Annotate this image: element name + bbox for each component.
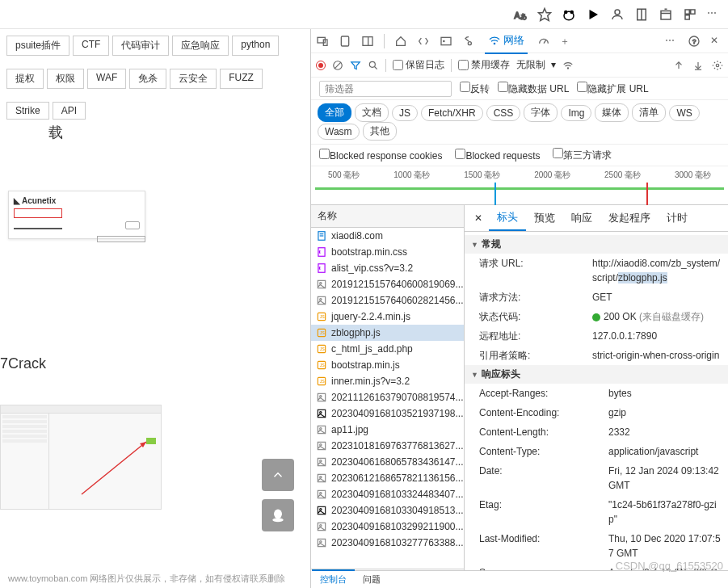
sources-icon[interactable] bbox=[440, 35, 452, 48]
elements-icon[interactable] bbox=[417, 35, 430, 48]
qq-chat-button[interactable] bbox=[262, 499, 294, 531]
tablet-icon[interactable] bbox=[339, 35, 351, 48]
tag[interactable]: 免杀 bbox=[129, 69, 166, 89]
request-row[interactable]: bootstrap.min.css bbox=[311, 244, 464, 260]
more-tools-icon[interactable]: ⋯ bbox=[665, 35, 678, 48]
settings-gear-icon[interactable] bbox=[712, 60, 723, 71]
tag[interactable]: API bbox=[53, 102, 86, 120]
type-chip[interactable]: 全部 bbox=[318, 103, 351, 122]
request-row[interactable]: 20230409168103304918513... bbox=[311, 502, 464, 519]
collections-icon[interactable] bbox=[659, 7, 673, 22]
close-detail-icon[interactable]: ✕ bbox=[468, 208, 489, 229]
drawer-tab-issues[interactable]: 问题 bbox=[355, 571, 389, 588]
tab-preview[interactable]: 预览 bbox=[526, 206, 563, 230]
more-icon[interactable]: ⋯ bbox=[707, 7, 722, 22]
response-headers-section[interactable]: 响应标头 bbox=[465, 365, 728, 384]
type-chip[interactable]: Fetch/XHR bbox=[421, 105, 483, 121]
type-chip[interactable]: 字体 bbox=[524, 103, 558, 122]
welcome-icon[interactable] bbox=[394, 35, 407, 48]
request-row[interactable]: JSinner.min.js?v=3.2 bbox=[311, 373, 464, 389]
text-size-icon[interactable]: Aあ bbox=[513, 7, 528, 22]
tag[interactable]: CTF bbox=[73, 36, 109, 56]
request-name: 20191215157640600819069... bbox=[331, 279, 464, 290]
filter-input[interactable] bbox=[319, 81, 452, 97]
type-chip[interactable]: JS bbox=[392, 105, 418, 121]
request-row[interactable]: JSbootstrap.min.js bbox=[311, 357, 464, 373]
add-tab-icon[interactable]: ＋ bbox=[560, 35, 573, 48]
type-chip[interactable]: 清单 bbox=[632, 103, 666, 122]
request-row[interactable]: JSc_html_js_add.php bbox=[311, 341, 464, 357]
tab-timing[interactable]: 计时 bbox=[659, 206, 696, 230]
hide-ext-url-checkbox[interactable]: 隐藏扩展 URL bbox=[577, 82, 648, 96]
request-row[interactable]: 20230409168103277763388... bbox=[311, 535, 464, 551]
invert-checkbox[interactable]: 反转 bbox=[460, 82, 490, 96]
request-row[interactable]: alist_vip.css?v=3.2 bbox=[311, 260, 464, 276]
tab-response[interactable]: 响应 bbox=[563, 206, 600, 230]
record-icon[interactable] bbox=[316, 61, 326, 70]
request-row[interactable]: 20230409168103324483407... bbox=[311, 486, 464, 502]
request-row[interactable]: 20191215157640600819069... bbox=[311, 276, 464, 292]
preserve-log-checkbox[interactable]: 保留日志 bbox=[393, 58, 444, 72]
column-header-name[interactable]: 名称 bbox=[311, 205, 464, 228]
network-conditions-wifi-icon[interactable] bbox=[562, 60, 574, 71]
tag[interactable]: psuite插件 bbox=[6, 36, 69, 56]
request-row[interactable]: 20230612168657821136156... bbox=[311, 470, 464, 486]
general-section-header[interactable]: 常规 bbox=[465, 235, 728, 254]
request-row[interactable]: 20211126163790708819574... bbox=[311, 389, 464, 405]
tab-headers[interactable]: 标头 bbox=[489, 205, 526, 231]
dock-icon[interactable] bbox=[361, 35, 374, 48]
type-chip[interactable]: WS bbox=[669, 105, 699, 121]
tag[interactable]: 应急响应 bbox=[172, 36, 229, 56]
request-row[interactable]: JSzblogphp.js bbox=[311, 325, 464, 341]
request-row[interactable]: 20191215157640602821456... bbox=[311, 292, 464, 309]
request-row[interactable]: 20231018169763776813627... bbox=[311, 438, 464, 454]
search-icon[interactable] bbox=[368, 60, 379, 71]
type-chip[interactable]: Img bbox=[561, 105, 591, 121]
blocked-requests-checkbox[interactable]: Blocked requests bbox=[455, 149, 540, 162]
hide-data-url-checkbox[interactable]: 隐藏数据 URL bbox=[498, 82, 569, 96]
help-icon[interactable]: ? bbox=[688, 35, 701, 48]
tag[interactable]: 权限 bbox=[47, 69, 84, 89]
performance-icon[interactable] bbox=[537, 35, 550, 48]
request-row[interactable]: ap11.jpg bbox=[311, 422, 464, 438]
request-row[interactable]: xiaodi8.com bbox=[311, 228, 464, 244]
network-tab[interactable]: 网络 bbox=[485, 28, 528, 54]
app-icon[interactable] bbox=[683, 7, 697, 22]
request-row[interactable]: 20230409168103521937198... bbox=[311, 405, 464, 422]
third-party-checkbox[interactable]: 第三方请求 bbox=[553, 148, 612, 162]
download-har-icon[interactable] bbox=[692, 60, 704, 71]
request-row[interactable]: 20230406168065783436147... bbox=[311, 454, 464, 470]
play-icon[interactable] bbox=[586, 7, 600, 22]
tag[interactable]: Strike bbox=[6, 102, 49, 120]
request-row[interactable]: 20230409168103299211900... bbox=[311, 519, 464, 535]
clear-icon[interactable] bbox=[332, 60, 343, 71]
star-icon[interactable] bbox=[537, 7, 552, 22]
tag[interactable]: python bbox=[232, 36, 279, 56]
reading-list-icon[interactable] bbox=[634, 7, 649, 22]
disable-cache-checkbox[interactable]: 禁用缓存 bbox=[458, 58, 510, 72]
blocked-response-checkbox[interactable]: Blocked response cookies bbox=[319, 149, 442, 162]
throttle-select[interactable]: 无限制 ▾ bbox=[516, 58, 556, 72]
type-chip[interactable]: 其他 bbox=[363, 122, 397, 141]
extension-panda-icon[interactable] bbox=[562, 7, 576, 22]
tag[interactable]: FUZZ bbox=[220, 69, 263, 89]
tab-initiator[interactable]: 发起程序 bbox=[600, 206, 659, 230]
request-row[interactable]: JSjquery-2.2.4.min.js bbox=[311, 309, 464, 325]
waterfall-overview[interactable]: 500 毫秒1000 毫秒1500 毫秒2000 毫秒2500 毫秒3000 毫… bbox=[311, 166, 728, 205]
type-chip[interactable]: Wasm bbox=[318, 124, 360, 140]
tag[interactable]: 云安全 bbox=[170, 69, 217, 89]
upload-har-icon[interactable] bbox=[673, 60, 684, 71]
drawer-tab-console[interactable]: 控制台 bbox=[312, 569, 355, 588]
tag[interactable]: 代码审计 bbox=[112, 36, 169, 56]
close-devtools-icon[interactable]: ✕ bbox=[710, 35, 723, 48]
console-icon[interactable] bbox=[462, 35, 475, 48]
tag[interactable]: WAF bbox=[87, 69, 126, 89]
scroll-top-button[interactable] bbox=[262, 459, 294, 491]
type-chip[interactable]: CSS bbox=[486, 105, 521, 121]
type-chip[interactable]: 文档 bbox=[355, 103, 389, 122]
filter-icon[interactable] bbox=[350, 60, 361, 71]
tag[interactable]: 提权 bbox=[6, 69, 44, 89]
device-toggle-icon[interactable] bbox=[316, 35, 329, 48]
type-chip[interactable]: 媒体 bbox=[595, 103, 629, 122]
profile-icon[interactable] bbox=[610, 7, 625, 22]
